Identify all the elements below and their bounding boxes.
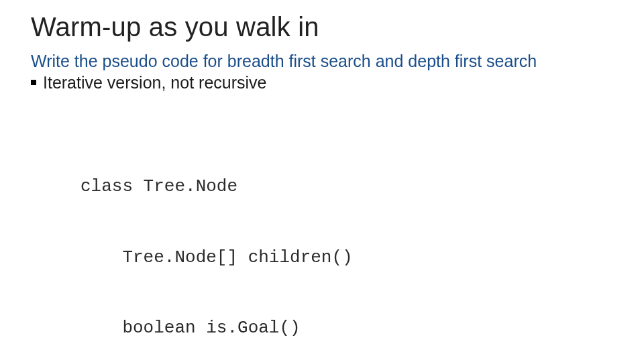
code-line: boolean is.Goal() [80,316,613,340]
bullet-item: Iterative version, not recursive [31,72,613,93]
slide: Warm-up as you walk in Write the pseudo … [0,0,644,362]
slide-subtitle: Write the pseudo code for breadth first … [31,52,613,71]
code-line: class Tree.Node [80,175,613,198]
code-block: class Tree.Node Tree.Node[] children() b… [80,128,613,362]
code-line: Tree.Node[] children() [80,246,613,269]
bullet-list: Iterative version, not recursive [31,72,613,93]
slide-title: Warm-up as you walk in [31,12,613,42]
